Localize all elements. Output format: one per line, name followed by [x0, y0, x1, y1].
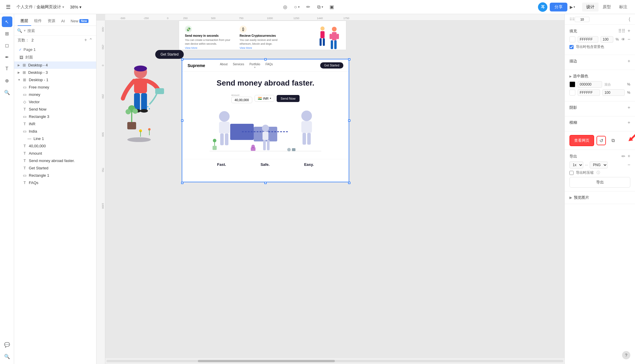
tab-ai[interactable]: AI	[58, 17, 68, 26]
export-minus-icon[interactable]: −	[628, 162, 630, 168]
export-button[interactable]: 导出	[569, 177, 630, 188]
fill-grid-icon[interactable]: ⠿⠿	[618, 28, 625, 34]
refresh-button[interactable]: ↺	[596, 136, 606, 145]
handle-bl[interactable]	[181, 182, 183, 184]
tool-comment[interactable]: 💬	[2, 339, 12, 350]
layer-india[interactable]: ▭ India	[14, 128, 96, 135]
export-bg-checkbox[interactable]	[569, 45, 574, 49]
export-format-select[interactable]: PNG JPG SVG PDF	[590, 161, 608, 168]
handle-br[interactable]	[348, 182, 350, 184]
layer-desktop4[interactable]: ▶ ⊞ Desktop - 4	[14, 61, 96, 69]
tab-assets[interactable]: 资源	[45, 16, 58, 26]
horizontal-scrollbar[interactable]	[105, 358, 564, 364]
color-opacity-white[interactable]	[602, 89, 625, 96]
panel-search-bar[interactable]: 🔍 ▾	[14, 26, 96, 36]
breadcrumb-parent[interactable]: 个人文件	[16, 4, 33, 10]
help-button[interactable]: ?	[622, 351, 630, 359]
frame-desktop4-main[interactable]: Desktop - 4 Supreme About Services Portf…	[182, 59, 349, 182]
tab-prototype[interactable]: 原型	[599, 3, 615, 11]
layer-desktop3[interactable]: ▶ ⊞ Desktop - 3	[14, 69, 96, 76]
add-page-icon[interactable]: +	[84, 37, 87, 43]
layer-sendmoneytext[interactable]: T Send money abroad faster.	[14, 157, 96, 164]
expand-icon[interactable]: ▶	[18, 71, 20, 74]
layer-rect3[interactable]: ▭ Rectangle 3	[14, 113, 96, 120]
menu-icon[interactable]: ☰	[4, 2, 13, 12]
layer-faqs[interactable]: T FAQs	[14, 179, 96, 186]
compress-info-icon[interactable]: ⓘ	[596, 170, 600, 175]
service-link-2[interactable]: View More	[240, 46, 285, 49]
fill-color-swatch[interactable]	[569, 36, 575, 42]
fill-hex-input[interactable]	[578, 36, 598, 43]
tool-shape[interactable]: ◻	[2, 40, 12, 51]
layer-rect1[interactable]: ▭ Rectangle 1	[14, 172, 96, 179]
handle-tl[interactable]	[181, 58, 183, 61]
page-item-page1[interactable]: ✓ Page 1	[14, 46, 96, 53]
scrollbar-thumb[interactable]	[198, 360, 335, 362]
tab-components[interactable]: 组件	[31, 16, 45, 26]
layer-vector[interactable]: ◇ Vector	[14, 98, 96, 106]
send-now-btn[interactable]: Send Now	[277, 95, 300, 102]
layer-money[interactable]: ▭ money	[14, 91, 96, 98]
breadcrumb-current[interactable]: 金融网页设计	[36, 4, 61, 10]
layer-sendnow[interactable]: T Send Now	[14, 106, 96, 113]
tab-mark[interactable]: 标注	[615, 3, 631, 11]
tool-select[interactable]: ↖	[2, 16, 12, 27]
tab-new[interactable]: New New	[68, 17, 91, 26]
handle-tm[interactable]	[264, 58, 267, 61]
expand-icon[interactable]: ▶	[18, 64, 20, 67]
tab-design[interactable]: 设计	[582, 3, 599, 11]
handle-tr[interactable]	[348, 58, 350, 61]
export-scale-select[interactable]: 1x 2x 3x	[569, 161, 583, 168]
circle-icon[interactable]: ○ ▾	[292, 2, 301, 12]
tab-layers[interactable]: 图层	[18, 16, 31, 26]
layer-freemoney[interactable]: ▭ Free money	[14, 84, 96, 91]
stroke-add-icon[interactable]: +	[628, 59, 630, 64]
rp-top-value[interactable]	[575, 17, 589, 22]
play-button[interactable]: ▶ ▾	[570, 5, 575, 9]
layer-line1[interactable]: — Line 1	[14, 135, 96, 142]
export-edit-icon[interactable]: ✏	[621, 153, 625, 159]
tool-hand[interactable]: 🔍	[2, 87, 12, 98]
expand-icon[interactable]: ▼	[18, 78, 21, 81]
canvas-scroll[interactable]: 💸 Send money in seconds You can create a…	[105, 21, 564, 358]
design-nav-btn[interactable]: Get Started	[320, 62, 343, 69]
handle-mr[interactable]	[348, 119, 350, 122]
view-webpage-button[interactable]: 查看网页	[569, 135, 594, 146]
tool-text[interactable]: T	[2, 64, 12, 74]
blur-add-icon[interactable]: +	[628, 120, 630, 125]
layer-desktop1[interactable]: ▼ ⊞ Desktop - 1	[14, 76, 96, 84]
compress-checkbox[interactable]	[569, 171, 574, 175]
layer-amount40[interactable]: T 40,00,000	[14, 142, 96, 150]
amount-value[interactable]: 40,00,000	[231, 97, 252, 103]
tool-components[interactable]: ⊕	[2, 75, 12, 86]
search-input[interactable]	[27, 29, 93, 33]
fill-add-icon[interactable]: +	[628, 28, 630, 34]
handle-ml[interactable]	[181, 119, 183, 122]
breadcrumb-arrow[interactable]: ▾	[62, 5, 64, 9]
shadow-add-icon[interactable]: +	[628, 105, 630, 110]
page-item-fengmian[interactable]: 🖼 封面	[14, 53, 96, 61]
service-link-1[interactable]: View More	[185, 46, 231, 49]
export-add-icon[interactable]: +	[628, 153, 630, 159]
color-hex-white[interactable]	[578, 89, 600, 96]
fill-minus-icon[interactable]: −	[628, 37, 630, 42]
pen-icon[interactable]: ✏	[304, 2, 313, 12]
rp-collapse-icon[interactable]: ⟨	[629, 16, 630, 22]
preview-header[interactable]: ▶ 预览图片	[569, 195, 630, 200]
handle-bm[interactable]	[264, 182, 267, 184]
currency-selector[interactable]: 🇮🇳 INR ▾	[255, 95, 274, 102]
tool-search[interactable]: 🔍	[2, 351, 12, 362]
selected-color-expand[interactable]: ▶ 选中颜色	[569, 74, 588, 79]
color-hex-black[interactable]	[578, 81, 602, 88]
get-started-button[interactable]: Get Started	[155, 50, 184, 59]
layer-getstarted[interactable]: T Get Started	[14, 164, 96, 172]
collapse-pages-icon[interactable]: ⌃	[89, 37, 93, 43]
frame-desktop-top[interactable]: 💸 Send money in seconds You can create a…	[179, 21, 346, 50]
target-icon[interactable]: ◎	[280, 2, 290, 12]
layer-inr[interactable]: T INR	[14, 120, 96, 128]
canvas-area[interactable]: -500 -250 0 250 500 750 1000 1250 1440 1…	[96, 14, 564, 364]
layer-amount[interactable]: T Amount	[14, 150, 96, 157]
fill-opacity-input[interactable]	[601, 36, 613, 43]
tool-frame[interactable]: ⊞	[2, 28, 12, 39]
color-swatch-white[interactable]	[569, 90, 575, 96]
